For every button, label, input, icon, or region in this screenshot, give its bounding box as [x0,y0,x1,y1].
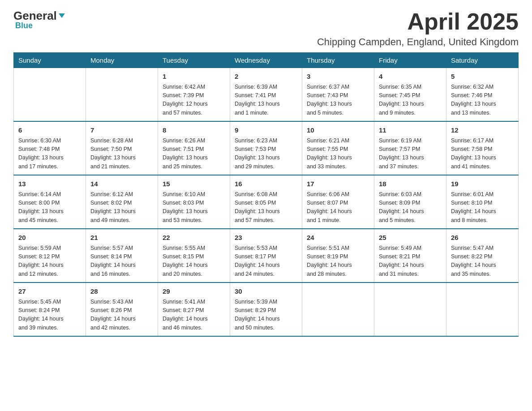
weekday-header-monday: Monday [86,53,158,68]
day-number: 5 [451,72,514,82]
calendar-cell: 19Sunrise: 6:01 AM Sunset: 8:10 PM Dayli… [446,175,519,229]
page-title: April 2025 [317,9,519,34]
day-number: 2 [235,72,297,82]
day-info: Sunrise: 6:10 AM Sunset: 8:03 PM Dayligh… [163,190,225,225]
day-info: Sunrise: 5:57 AM Sunset: 8:14 PM Dayligh… [90,244,153,279]
day-number: 23 [235,233,297,243]
day-number: 24 [307,233,369,243]
day-info: Sunrise: 5:55 AM Sunset: 8:15 PM Dayligh… [163,244,225,279]
calendar-cell: 30Sunrise: 5:39 AM Sunset: 8:29 PM Dayli… [230,283,302,336]
day-number: 22 [163,233,225,243]
calendar-cell: 28Sunrise: 5:43 AM Sunset: 8:26 PM Dayli… [86,283,158,336]
calendar-cell: 24Sunrise: 5:51 AM Sunset: 8:19 PM Dayli… [302,229,374,283]
calendar-cell: 17Sunrise: 6:06 AM Sunset: 8:07 PM Dayli… [302,175,374,229]
week-row-3: 13Sunrise: 6:14 AM Sunset: 8:00 PM Dayli… [14,175,519,229]
day-number: 28 [90,287,153,297]
calendar-cell [14,68,86,122]
calendar-cell [86,68,158,122]
day-info: Sunrise: 5:47 AM Sunset: 8:22 PM Dayligh… [451,244,514,279]
day-info: Sunrise: 6:17 AM Sunset: 7:58 PM Dayligh… [451,137,514,171]
calendar-cell: 12Sunrise: 6:17 AM Sunset: 7:58 PM Dayli… [446,121,519,175]
calendar-cell: 7Sunrise: 6:28 AM Sunset: 7:50 PM Daylig… [86,121,158,175]
calendar-cell: 27Sunrise: 5:45 AM Sunset: 8:24 PM Dayli… [14,283,86,336]
calendar-cell: 5Sunrise: 6:32 AM Sunset: 7:46 PM Daylig… [446,68,519,122]
day-info: Sunrise: 6:39 AM Sunset: 7:41 PM Dayligh… [235,83,297,118]
day-info: Sunrise: 6:21 AM Sunset: 7:55 PM Dayligh… [307,137,369,171]
calendar-cell: 9Sunrise: 6:23 AM Sunset: 7:53 PM Daylig… [230,121,302,175]
day-number: 9 [235,125,297,136]
week-row-1: 1Sunrise: 6:42 AM Sunset: 7:39 PM Daylig… [14,68,519,122]
day-number: 29 [163,287,225,297]
day-info: Sunrise: 6:03 AM Sunset: 8:09 PM Dayligh… [379,190,442,225]
day-number: 16 [235,179,297,189]
day-number: 1 [163,72,225,82]
logo: General Blue [13,9,66,30]
calendar-cell [374,283,446,336]
subtitle: Chipping Campden, England, United Kingdo… [317,36,519,48]
day-info: Sunrise: 5:43 AM Sunset: 8:26 PM Dayligh… [90,298,153,333]
calendar-cell [446,283,519,336]
day-number: 21 [90,233,153,243]
calendar-cell: 6Sunrise: 6:30 AM Sunset: 7:48 PM Daylig… [14,121,86,175]
day-info: Sunrise: 6:37 AM Sunset: 7:43 PM Dayligh… [307,83,369,118]
calendar-cell: 2Sunrise: 6:39 AM Sunset: 7:41 PM Daylig… [230,68,302,122]
day-info: Sunrise: 6:32 AM Sunset: 7:46 PM Dayligh… [451,83,514,118]
day-info: Sunrise: 5:53 AM Sunset: 8:17 PM Dayligh… [235,244,297,279]
weekday-header-row: SundayMondayTuesdayWednesdayThursdayFrid… [14,53,519,68]
calendar-cell: 4Sunrise: 6:35 AM Sunset: 7:45 PM Daylig… [374,68,446,122]
calendar-cell: 16Sunrise: 6:08 AM Sunset: 8:05 PM Dayli… [230,175,302,229]
calendar-cell: 26Sunrise: 5:47 AM Sunset: 8:22 PM Dayli… [446,229,519,283]
calendar-cell: 14Sunrise: 6:12 AM Sunset: 8:02 PM Dayli… [86,175,158,229]
day-info: Sunrise: 6:19 AM Sunset: 7:57 PM Dayligh… [379,137,442,171]
weekday-header-saturday: Saturday [446,53,519,68]
calendar-cell: 18Sunrise: 6:03 AM Sunset: 8:09 PM Dayli… [374,175,446,229]
day-number: 19 [451,179,514,189]
title-area: April 2025 Chipping Campden, England, Un… [317,9,519,48]
calendar-cell: 29Sunrise: 5:41 AM Sunset: 8:27 PM Dayli… [158,283,230,336]
day-info: Sunrise: 5:51 AM Sunset: 8:19 PM Dayligh… [307,244,369,279]
day-number: 4 [379,72,442,82]
weekday-header-thursday: Thursday [302,53,374,68]
calendar-cell: 15Sunrise: 6:10 AM Sunset: 8:03 PM Dayli… [158,175,230,229]
calendar-cell: 20Sunrise: 5:59 AM Sunset: 8:12 PM Dayli… [14,229,86,283]
day-info: Sunrise: 5:49 AM Sunset: 8:21 PM Dayligh… [379,244,442,279]
calendar-cell [302,283,374,336]
day-number: 3 [307,72,369,82]
day-number: 20 [18,233,81,243]
calendar-cell: 10Sunrise: 6:21 AM Sunset: 7:55 PM Dayli… [302,121,374,175]
day-info: Sunrise: 6:23 AM Sunset: 7:53 PM Dayligh… [235,137,297,171]
logo-arrow-icon [58,9,66,23]
week-row-2: 6Sunrise: 6:30 AM Sunset: 7:48 PM Daylig… [14,121,519,175]
day-number: 18 [379,179,442,189]
week-row-4: 20Sunrise: 5:59 AM Sunset: 8:12 PM Dayli… [14,229,519,283]
weekday-header-wednesday: Wednesday [230,53,302,68]
header: General Blue April 2025 Chipping Campden… [13,9,519,48]
day-info: Sunrise: 6:35 AM Sunset: 7:45 PM Dayligh… [379,83,442,118]
day-info: Sunrise: 6:01 AM Sunset: 8:10 PM Dayligh… [451,190,514,225]
day-info: Sunrise: 5:41 AM Sunset: 8:27 PM Dayligh… [163,298,225,333]
calendar-cell: 25Sunrise: 5:49 AM Sunset: 8:21 PM Dayli… [374,229,446,283]
day-info: Sunrise: 6:42 AM Sunset: 7:39 PM Dayligh… [163,83,225,118]
day-number: 25 [379,233,442,243]
calendar-cell: 13Sunrise: 6:14 AM Sunset: 8:00 PM Dayli… [14,175,86,229]
weekday-header-friday: Friday [374,53,446,68]
day-info: Sunrise: 6:26 AM Sunset: 7:51 PM Dayligh… [163,137,225,171]
calendar-cell: 23Sunrise: 5:53 AM Sunset: 8:17 PM Dayli… [230,229,302,283]
day-info: Sunrise: 6:08 AM Sunset: 8:05 PM Dayligh… [235,190,297,225]
day-info: Sunrise: 5:59 AM Sunset: 8:12 PM Dayligh… [18,244,81,279]
day-number: 7 [90,125,153,136]
calendar: SundayMondayTuesdayWednesdayThursdayFrid… [13,52,519,337]
day-number: 13 [18,179,81,189]
day-number: 6 [18,125,81,136]
calendar-cell: 22Sunrise: 5:55 AM Sunset: 8:15 PM Dayli… [158,229,230,283]
day-number: 27 [18,287,81,297]
day-number: 11 [379,125,442,136]
day-info: Sunrise: 6:28 AM Sunset: 7:50 PM Dayligh… [90,137,153,171]
day-info: Sunrise: 5:45 AM Sunset: 8:24 PM Dayligh… [18,298,81,333]
calendar-cell: 3Sunrise: 6:37 AM Sunset: 7:43 PM Daylig… [302,68,374,122]
day-number: 26 [451,233,514,243]
day-info: Sunrise: 6:12 AM Sunset: 8:02 PM Dayligh… [90,190,153,225]
calendar-cell: 8Sunrise: 6:26 AM Sunset: 7:51 PM Daylig… [158,121,230,175]
day-number: 17 [307,179,369,189]
calendar-cell: 21Sunrise: 5:57 AM Sunset: 8:14 PM Dayli… [86,229,158,283]
